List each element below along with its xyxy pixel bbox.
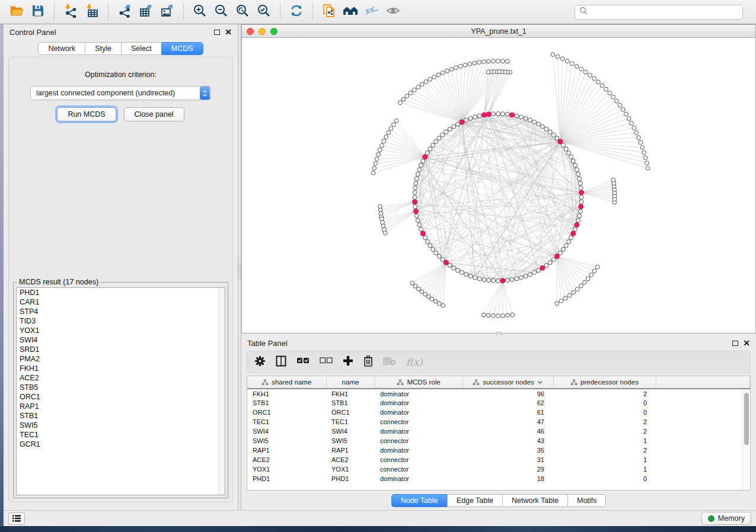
table-cell[interactable]: 61 (462, 408, 553, 417)
mcds-result-item[interactable]: STB5 (17, 383, 225, 392)
mcds-result-item[interactable]: ORC1 (17, 392, 225, 402)
table-row[interactable]: YOX1YOX1connector291 (247, 464, 750, 474)
duplicate-network-button[interactable] (318, 2, 340, 21)
table-cell[interactable]: FKH1 (326, 389, 375, 398)
table-cell[interactable]: connector (375, 417, 462, 427)
table-cell[interactable]: TEC1 (326, 417, 375, 427)
show-columns-icon[interactable] (276, 355, 286, 369)
search-input[interactable] (588, 8, 738, 16)
first-neighbors-button[interactable] (340, 2, 361, 21)
table-cell[interactable]: 2 (553, 417, 656, 427)
table-cell[interactable]: connector (375, 464, 462, 474)
column-header-mcds-role[interactable]: MCDS role (375, 376, 462, 389)
table-cell[interactable]: ACE2 (326, 455, 375, 464)
table-cell[interactable]: 47 (462, 417, 553, 427)
mcds-result-list[interactable]: PHD1CAR1STP4TID3YOX1SWI4SRD1PMA2FKH1ACE2… (16, 287, 225, 495)
export-table-button[interactable] (135, 2, 157, 21)
table-cell[interactable]: 43 (462, 436, 553, 446)
table-cell[interactable]: RAP1 (247, 446, 326, 455)
table-cell[interactable]: connector (375, 455, 462, 464)
tab-network-table[interactable]: Network Table (502, 494, 567, 507)
table-cell[interactable]: 31 (462, 455, 553, 464)
run-mcds-button[interactable]: Run MCDS (57, 107, 116, 121)
table-cell[interactable]: 1 (553, 455, 656, 464)
deselect-all-icon[interactable] (320, 357, 333, 367)
table-row[interactable]: PHD1PHD1dominator180 (247, 474, 750, 483)
table-cell[interactable]: 2 (553, 446, 656, 455)
close-panel-icon[interactable]: ✕ (225, 28, 232, 36)
table-cell[interactable]: dominator (375, 398, 462, 408)
tab-network[interactable]: Network (38, 42, 85, 55)
table-cell[interactable]: 46 (462, 427, 553, 436)
table-row[interactable]: ORC1ORC1dominator610 (247, 408, 750, 417)
table-cell[interactable]: 62 (462, 398, 553, 408)
table-cell[interactable] (656, 389, 750, 398)
float-panel-icon[interactable] (214, 30, 220, 35)
criterion-dropdown[interactable]: largest connected component (undirected) (30, 86, 211, 100)
mcds-result-item[interactable]: PHD1 (17, 288, 225, 297)
table-cell[interactable]: FKH1 (247, 389, 326, 398)
table-cell[interactable]: connector (375, 436, 462, 446)
table-cell[interactable]: 35 (462, 446, 553, 455)
table-cell[interactable]: ORC1 (247, 408, 326, 417)
table-row[interactable]: ACE2ACE2connector311 (247, 455, 750, 464)
table-cell[interactable]: PHD1 (326, 474, 375, 483)
mcds-result-item[interactable]: CAR1 (17, 297, 225, 307)
tab-select[interactable]: Select (121, 42, 161, 55)
network-window-titlebar[interactable]: YPA_prune.txt_1 (242, 25, 755, 38)
tab-style[interactable]: Style (85, 42, 121, 55)
task-history-button[interactable] (8, 512, 25, 525)
hide-selected-button[interactable] (361, 2, 382, 21)
import-network-button[interactable] (60, 2, 81, 21)
mcds-result-item[interactable]: TEC1 (17, 430, 225, 440)
show-all-button[interactable] (382, 2, 404, 21)
delete-column-trash-icon[interactable] (363, 355, 373, 369)
table-cell[interactable]: TEC1 (247, 417, 326, 427)
table-scrollbar[interactable] (742, 389, 749, 489)
table-cell[interactable]: 2 (553, 389, 656, 398)
table-cell[interactable]: YOX1 (247, 464, 326, 474)
select-all-icon[interactable] (296, 357, 310, 367)
table-cell[interactable]: 96 (462, 389, 553, 398)
table-cell[interactable]: ACE2 (247, 455, 326, 464)
table-cell[interactable]: SWI4 (326, 427, 375, 436)
mcds-result-item[interactable]: FKH1 (17, 364, 225, 373)
table-cell[interactable]: 1 (553, 436, 656, 446)
search-box[interactable] (575, 5, 743, 20)
table-cell[interactable] (656, 455, 750, 464)
table-row[interactable]: SWI4SWI4dominator462 (247, 427, 750, 436)
memory-button[interactable]: Memory (701, 512, 751, 525)
table-cell[interactable]: SWI5 (326, 436, 375, 446)
table-cell[interactable]: 0 (553, 408, 656, 417)
table-cell[interactable] (656, 408, 750, 417)
table-cell[interactable]: STB1 (326, 398, 375, 408)
mcds-result-item[interactable]: PMA2 (17, 354, 225, 364)
table-settings-gear-icon[interactable] (254, 355, 266, 369)
column-header-shared-name[interactable]: shared name (247, 376, 326, 389)
mcds-result-item[interactable]: SRD1 (17, 345, 225, 354)
table-row[interactable]: STB1STB1dominator620 (247, 398, 750, 408)
table-cell[interactable]: ORC1 (326, 408, 375, 417)
tab-motifs[interactable]: Motifs (567, 494, 606, 507)
table-cell[interactable]: dominator (375, 389, 462, 398)
mcds-result-item[interactable]: GCR1 (17, 440, 225, 449)
zoom-fit-button[interactable] (232, 2, 253, 21)
table-row[interactable]: TEC1TEC1connector472 (247, 417, 750, 427)
table-scrollbar-thumb[interactable] (744, 393, 749, 445)
save-session-button[interactable] (27, 2, 49, 21)
mcds-result-item[interactable]: ACE2 (17, 373, 225, 383)
table-cell[interactable]: 29 (462, 464, 553, 474)
zoom-in-button[interactable] (189, 2, 210, 21)
mcds-result-item[interactable]: YOX1 (17, 326, 225, 335)
table-cell[interactable] (656, 446, 750, 455)
zoom-out-button[interactable] (210, 2, 232, 21)
table-cell[interactable]: 0 (553, 398, 656, 408)
table-cell[interactable]: 2 (553, 427, 656, 436)
table-cell[interactable]: SWI4 (247, 427, 326, 436)
add-column-icon[interactable] (343, 355, 353, 368)
table-cell[interactable]: STB1 (247, 398, 326, 408)
table-cell[interactable]: SWI5 (247, 436, 326, 446)
mcds-result-item[interactable]: SWI4 (17, 335, 225, 345)
table-cell[interactable]: 18 (462, 474, 553, 483)
table-cell[interactable]: dominator (375, 446, 462, 455)
